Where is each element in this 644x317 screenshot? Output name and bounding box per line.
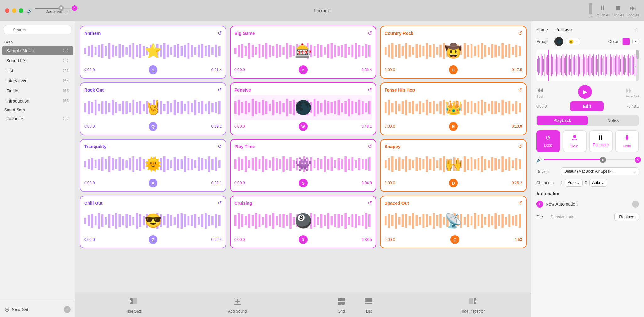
sound-card-snappy[interactable]: Snappy ↺ 🙌 0:00.0 D 0:26.2 — [380, 139, 527, 192]
loop-option[interactable]: ↺ Loop — [536, 130, 560, 152]
card-loop-icon[interactable]: ↺ — [218, 143, 222, 149]
svg-rect-51 — [272, 46, 274, 56]
svg-rect-348 — [481, 156, 483, 172]
remove-automation-button[interactable]: − — [632, 201, 639, 208]
sound-card-country-rock[interactable]: Country Rock ↺ 🤠 0:00.0 3 0:17.5 — [380, 26, 527, 79]
sidebar-item-sound-fx[interactable]: Sound FX ⌘2 — [2, 56, 73, 65]
card-loop-icon[interactable]: ↺ — [218, 87, 222, 93]
sound-card-tranquility[interactable]: Tranquility ↺ 🌞 0:00.0 A 0:32.1 — [80, 139, 226, 192]
svg-rect-365 — [101, 214, 104, 227]
minimize-button[interactable] — [12, 8, 16, 13]
new-automation-plus-button[interactable]: + — [536, 201, 543, 208]
sidebar-item-favorites[interactable]: Favorites ⌘7 — [2, 114, 73, 123]
sidebar-item-introduction[interactable]: Introduction ⌘6 — [2, 96, 73, 106]
svg-rect-190 — [338, 100, 340, 115]
card-waveform: 🎰 — [234, 38, 372, 64]
fade-all-button[interactable]: ⏭ Fade All — [626, 4, 639, 17]
svg-rect-136 — [139, 101, 141, 114]
svg-rect-103 — [464, 43, 466, 59]
inspector-volume-slider[interactable]: B A — [544, 159, 639, 160]
card-loop-icon[interactable]: ↺ — [218, 200, 222, 206]
card-loop-icon[interactable]: ↺ — [368, 143, 372, 149]
solo-option[interactable]: Solo — [563, 130, 587, 152]
fade-out-button[interactable]: ⏭ Fade Out — [626, 86, 639, 98]
hide-inspector-button[interactable]: Hide Inspector — [460, 297, 485, 314]
card-loop-icon[interactable]: ↺ — [368, 87, 372, 93]
sound-card-tense-hip-hop[interactable]: Tense Hip Hop ↺ 👑 0:00.0 E 0:13.8 — [380, 82, 527, 135]
hide-sets-icon — [129, 297, 138, 308]
tab-notes[interactable]: Notes — [588, 116, 639, 125]
svg-rect-281 — [238, 157, 240, 171]
svg-rect-242 — [91, 158, 93, 170]
sidebar-item-interviews[interactable]: Interviews ⌘4 — [2, 76, 73, 86]
color-swatch[interactable] — [622, 38, 630, 45]
card-loop-icon[interactable]: ↺ — [368, 30, 372, 36]
svg-rect-128 — [112, 100, 114, 115]
card-loop-icon[interactable]: ↺ — [518, 30, 522, 36]
card-key: X — [299, 235, 308, 244]
sidebar-item-finale[interactable]: Finale ⌘5 — [2, 86, 73, 96]
inspector-star-button[interactable]: ☆ — [634, 26, 639, 33]
svg-rect-440 — [385, 216, 387, 225]
r-channel-select[interactable]: Auto ⌄ — [589, 179, 607, 187]
card-loop-icon[interactable]: ↺ — [518, 87, 522, 93]
sound-card-big-game[interactable]: Big Game ↺ 🎰 0:00.0 2 0:30.4 — [230, 26, 376, 79]
list-view-button[interactable]: List — [356, 297, 381, 314]
sound-card-rock-out[interactable]: Rock Out ↺ 🤘 0:00.0 Q 0:19.2 — [80, 82, 226, 135]
svg-rect-131 — [122, 101, 124, 114]
waveform-scrollbar[interactable] — [636, 50, 639, 81]
inspector-name-input[interactable] — [554, 27, 631, 33]
svg-rect-112 — [494, 45, 497, 57]
close-button[interactable] — [5, 8, 9, 13]
svg-rect-145 — [170, 103, 172, 112]
svg-rect-453 — [429, 216, 431, 225]
svg-rect-549 — [606, 57, 607, 74]
card-waveform: 👾 — [234, 152, 372, 177]
add-sound-button[interactable]: Add Sound — [225, 297, 250, 314]
svg-rect-449 — [416, 215, 418, 226]
master-volume-slider[interactable]: B A — [35, 8, 79, 9]
sidebar-item-sample-music[interactable]: Sample Music ⌘1 — [2, 46, 73, 55]
svg-rect-519 — [568, 57, 568, 74]
grid-view-button[interactable]: Grid — [329, 297, 354, 314]
stop-all-button[interactable]: ⏹ Stop All — [612, 4, 624, 17]
back-button[interactable]: ⏮ Back — [536, 86, 544, 98]
l-channel-select[interactable]: Auto ⌄ — [565, 179, 583, 187]
sound-card-chill-out[interactable]: Chill Out ↺ 😎 0:00.0 Z 0:22.4 — [80, 196, 226, 248]
replace-button[interactable]: Replace — [614, 213, 639, 221]
hide-sets-button[interactable]: Hide Sets — [121, 297, 146, 314]
sidebar-item-list[interactable]: List ⌘3 — [2, 66, 73, 75]
svg-rect-352 — [494, 158, 497, 170]
pausable-option[interactable]: ⏸ Pausable — [589, 130, 613, 152]
card-loop-icon[interactable]: ↺ — [518, 200, 522, 206]
maximize-button[interactable] — [19, 8, 23, 13]
card-loop-icon[interactable]: ↺ — [218, 30, 222, 36]
edit-button[interactable]: Edit — [570, 101, 603, 111]
sound-card-spaced-out[interactable]: Spaced Out ↺ 📡 0:00.0 C 1:53 — [380, 196, 527, 248]
sound-card-play-time[interactable]: Play Time ↺ 👾 0:00.0 S 0:04.9 — [230, 139, 376, 192]
pause-all-button[interactable]: ⏸ Pause All — [595, 4, 610, 17]
svg-rect-450 — [419, 217, 421, 225]
card-loop-icon[interactable]: ↺ — [518, 143, 522, 149]
emoji-picker-button[interactable]: 🙂+ — [566, 38, 580, 45]
play-button[interactable]: ▶ — [578, 85, 592, 99]
svg-rect-72 — [344, 44, 347, 58]
color-dropdown-button[interactable]: ▼ — [632, 39, 639, 44]
device-select[interactable]: Default (MacBook Air Speak... ⌄ — [561, 167, 639, 175]
sidebar-item-label: Sample Music — [6, 48, 63, 53]
card-loop-icon[interactable]: ↺ — [368, 200, 372, 206]
remove-set-button[interactable]: − — [64, 306, 71, 313]
svg-rect-393 — [198, 217, 200, 225]
add-sound-icon — [233, 297, 242, 308]
sound-card-anthem[interactable]: Anthem ↺ ⭐ 0:00.0 1 0:21.4 — [80, 26, 226, 79]
sound-card-pensive[interactable]: Pensive ↺ 🌑 0:00.0 W 0:48.1 — [230, 82, 376, 135]
new-set-button[interactable]: ⊕ New Set — [4, 306, 28, 313]
sound-card-cruising[interactable]: Cruising ↺ 🎱 0:00.0 X 0:38.5 — [230, 196, 376, 248]
svg-rect-566 — [628, 54, 629, 76]
hold-option[interactable]: Hold — [615, 130, 639, 152]
svg-rect-354 — [501, 156, 504, 172]
svg-rect-455 — [436, 215, 438, 226]
search-input[interactable] — [4, 25, 71, 34]
tab-playback[interactable]: Playback — [537, 116, 588, 125]
card-start-time: 0:00.0 — [385, 237, 395, 242]
